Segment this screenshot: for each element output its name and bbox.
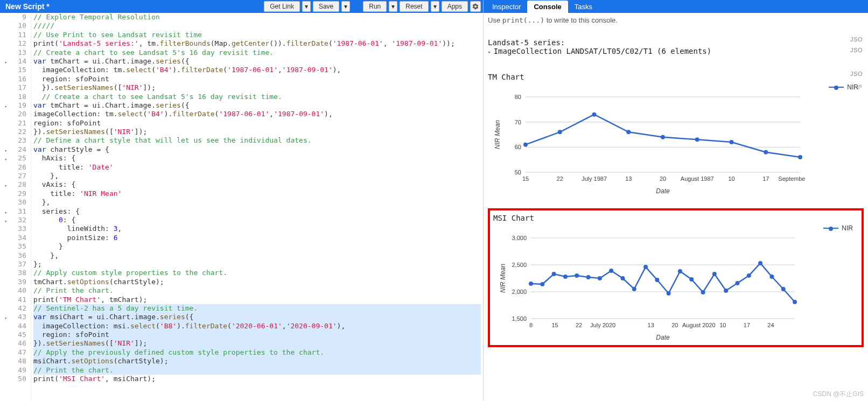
svg-point-54 <box>620 276 625 280</box>
svg-point-17 <box>523 143 528 147</box>
tm-chart-title: TM Chart <box>488 73 864 81</box>
svg-point-49 <box>563 275 568 279</box>
hint-suffix: to write to this console. <box>544 16 618 24</box>
svg-point-62 <box>712 272 717 276</box>
watermark: CSDN @不止GIS <box>813 390 864 399</box>
right-panel-tabs: Inspector Console Tasks <box>484 0 868 13</box>
msi-legend: NIR <box>823 224 853 232</box>
reset-button[interactable]: Reset <box>400 1 428 12</box>
json-link-1b[interactable]: JSO <box>850 47 863 53</box>
svg-text:15: 15 <box>551 322 558 328</box>
svg-text:July 2020: July 2020 <box>590 322 615 328</box>
tab-console[interactable]: Console <box>527 1 568 13</box>
svg-point-58 <box>667 291 671 296</box>
svg-point-25 <box>798 155 802 159</box>
svg-point-69 <box>793 300 797 304</box>
script-title: New Script * <box>2 2 53 11</box>
svg-point-55 <box>632 287 636 291</box>
getlink-button[interactable]: Get Link <box>264 1 300 12</box>
hint-code: print(...) <box>502 16 544 24</box>
svg-point-22 <box>695 137 699 142</box>
svg-text:Date: Date <box>656 334 670 341</box>
tm-legend: NIR <box>829 83 858 91</box>
console-hint: Use print(...) to write to this console. <box>488 16 864 24</box>
svg-point-56 <box>643 265 648 269</box>
svg-text:2,500: 2,500 <box>512 262 527 268</box>
svg-point-51 <box>586 275 591 279</box>
console-panel: Use print(...) to write to this console.… <box>484 13 868 401</box>
svg-text:80: 80 <box>515 94 521 100</box>
svg-text:1,500: 1,500 <box>512 315 527 322</box>
svg-text:70: 70 <box>515 119 521 125</box>
svg-text:50: 50 <box>515 169 521 175</box>
svg-text:13: 13 <box>648 322 654 328</box>
svg-text:2,000: 2,000 <box>512 289 527 295</box>
svg-text:10: 10 <box>728 175 734 182</box>
svg-text:NIR Mean: NIR Mean <box>499 264 507 293</box>
series-title: Landsat-5 series: <box>488 38 864 47</box>
legend-label-msi: NIR <box>842 224 853 232</box>
svg-text:8: 8 <box>529 322 533 328</box>
svg-text:10: 10 <box>719 322 726 328</box>
tab-tasks[interactable]: Tasks <box>568 1 599 13</box>
svg-point-23 <box>730 140 734 144</box>
svg-text:24: 24 <box>767 322 774 328</box>
svg-point-46 <box>529 282 533 286</box>
svg-point-66 <box>758 261 762 265</box>
json-link-1[interactable]: JSO <box>850 36 863 43</box>
svg-point-67 <box>769 275 774 279</box>
svg-point-64 <box>735 281 739 285</box>
svg-point-48 <box>552 272 556 276</box>
code-editor[interactable]: 91011121314▾1516171819▾2021222324▾25▾262… <box>0 13 483 401</box>
svg-text:20: 20 <box>660 175 666 182</box>
svg-text:August 2020: August 2020 <box>682 322 716 328</box>
tab-inspector[interactable]: Inspector <box>486 1 527 13</box>
svg-point-24 <box>764 150 768 154</box>
tm-chart[interactable]: NIR 506070801522July 19871320August 1987… <box>488 83 864 196</box>
svg-text:August 1987: August 1987 <box>681 175 714 182</box>
svg-point-59 <box>678 269 682 273</box>
hint-prefix: Use <box>488 16 502 24</box>
svg-text:17: 17 <box>744 322 750 328</box>
getlink-dropdown[interactable]: ▾ <box>302 1 311 12</box>
svg-text:July 1987: July 1987 <box>582 175 607 182</box>
series-expand[interactable]: ImageCollection LANDSAT/LT05/C02/T1 (6 e… <box>488 47 864 55</box>
reset-dropdown[interactable]: ▾ <box>431 1 439 12</box>
legend-label-tm: NIR <box>847 83 858 91</box>
svg-point-50 <box>575 273 579 278</box>
editor-toolbar: New Script * Get Link ▾ Save ▾ Run ▾ Res… <box>0 0 483 13</box>
svg-text:17: 17 <box>762 175 769 182</box>
gear-icon[interactable] <box>470 1 481 12</box>
run-button[interactable]: Run <box>363 1 387 12</box>
apps-button[interactable]: Apps <box>442 1 468 12</box>
svg-text:22: 22 <box>557 175 563 182</box>
svg-point-20 <box>626 130 631 134</box>
svg-point-21 <box>661 135 665 139</box>
msi-chart-title: MSI Chart <box>493 214 858 222</box>
run-dropdown[interactable]: ▾ <box>389 1 397 12</box>
svg-point-18 <box>558 130 562 134</box>
svg-text:60: 60 <box>515 144 521 150</box>
svg-text:13: 13 <box>625 175 632 182</box>
svg-text:September 1987: September 1987 <box>778 175 806 182</box>
svg-point-68 <box>781 287 786 291</box>
svg-point-19 <box>592 112 597 117</box>
svg-text:22: 22 <box>576 322 582 328</box>
svg-point-61 <box>701 290 705 294</box>
svg-text:3,000: 3,000 <box>512 235 527 241</box>
svg-point-57 <box>655 278 659 282</box>
svg-text:NIR Mean: NIR Mean <box>494 120 501 149</box>
svg-text:15: 15 <box>522 175 529 182</box>
save-dropdown[interactable]: ▾ <box>341 1 350 12</box>
svg-text:20: 20 <box>671 322 678 328</box>
svg-point-47 <box>540 282 544 286</box>
msi-chart[interactable]: NIR 1,5002,0002,5003,00081522July 202013… <box>493 224 858 343</box>
json-link-2[interactable]: JSO <box>850 71 863 77</box>
svg-point-65 <box>747 273 751 278</box>
svg-point-60 <box>689 277 694 282</box>
svg-point-53 <box>609 269 613 273</box>
svg-point-63 <box>724 289 728 293</box>
save-button[interactable]: Save <box>313 1 339 12</box>
svg-point-52 <box>598 276 602 280</box>
svg-text:Date: Date <box>656 187 670 195</box>
